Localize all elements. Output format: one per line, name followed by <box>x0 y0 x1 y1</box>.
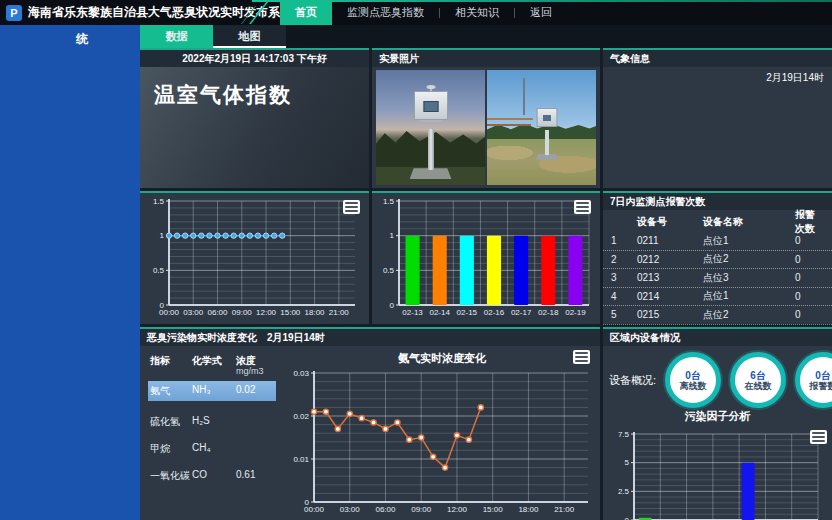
alarm-table-row: 10211点位10 <box>603 232 832 251</box>
svg-text:0.01: 0.01 <box>293 455 309 464</box>
nh3-chart-title: 氨气实时浓度变化 <box>286 351 598 366</box>
weather-title: 气象信息 <box>603 50 832 67</box>
weather-timestamp: 2月19日14时 <box>766 71 824 85</box>
svg-text:12:00: 12:00 <box>447 505 468 514</box>
chart-menu-icon[interactable] <box>810 430 827 444</box>
monitoring-station-field-photo <box>487 70 596 185</box>
svg-text:0.5: 0.5 <box>383 266 395 275</box>
svg-text:15:00: 15:00 <box>483 505 504 514</box>
svg-text:00:00: 00:00 <box>158 308 179 317</box>
alarm-table-row: 40214点位10 <box>603 288 832 307</box>
svg-text:02-18: 02-18 <box>538 308 559 317</box>
pollutant-table: 指标 化学式 浓度 mg/m3 氨气NH₃0.02硫化氢H₂S甲烷CH₄一氧化碳… <box>150 350 286 518</box>
pollutants-title: 恶臭污染物实时浓度变化 <box>147 329 257 346</box>
svg-text:02-14: 02-14 <box>429 308 450 317</box>
greenhouse-index-headline: 温室气体指数 <box>140 67 369 109</box>
pollutant-row-CO[interactable]: 一氧化碳CO0.61 <box>150 469 286 483</box>
svg-text:21:00: 21:00 <box>328 308 349 317</box>
pollutant-row-NH₃[interactable]: 氨气NH₃0.02 <box>148 381 276 401</box>
svg-text:18:00: 18:00 <box>518 505 539 514</box>
svg-text:02-13: 02-13 <box>402 308 423 317</box>
svg-text:03:00: 03:00 <box>183 308 204 317</box>
svg-text:0.03: 0.03 <box>293 369 309 378</box>
pollutant-row-CH₄[interactable]: 甲烷CH₄ <box>150 442 286 456</box>
device-overview-label: 设备概况: <box>609 373 665 388</box>
daily-index-svg: 00.511.502-1302-1402-1502-1602-1702-1802… <box>375 195 597 319</box>
tab-1[interactable]: 数据 <box>140 25 213 48</box>
chart-menu-icon[interactable] <box>343 200 360 214</box>
panel-daily-index: 00.511.502-1302-1402-1502-1602-1702-1802… <box>372 191 600 324</box>
chart-menu-icon[interactable] <box>573 350 590 364</box>
content-area: 2022年2月19日 14:17:03 下午好 温室气体指数 实景照片 气象信息 <box>140 48 832 520</box>
top-bar: P 海南省乐东黎族自治县大气恶臭状况实时发布系 首页监测点恶臭指数相关知识返回 <box>0 0 832 25</box>
pollutants-timestamp: 2月19日14时 <box>267 329 325 346</box>
svg-text:0: 0 <box>390 301 395 310</box>
nav-item-3[interactable]: 相关知识 <box>440 0 514 25</box>
panel-site-photos: 实景照片 <box>372 48 600 188</box>
svg-text:02-17: 02-17 <box>511 308 532 317</box>
panel-alarm-counts: 7日内监测点报警次数 设备号 设备名称 报警次数 10211点位1020212点… <box>603 191 832 324</box>
index-trend-chart[interactable]: 00.511.500:0003:0006:0009:0012:0015:0018… <box>140 193 369 324</box>
svg-text:0.5: 0.5 <box>152 266 164 275</box>
monitoring-station-dusk-photo <box>376 70 485 185</box>
dashboard-root: { "header": { "logo_glyph": "P", "title"… <box>0 0 832 520</box>
panel-region-devices: 区域内设备情况 设备概况: 0台离线数6台在线数0台报警数 污染因子分析 02.… <box>603 327 832 520</box>
svg-text:21:00: 21:00 <box>554 505 575 514</box>
svg-text:03:00: 03:00 <box>340 505 361 514</box>
pollutant-rows: 氨气NH₃0.02硫化氢H₂S甲烷CH₄一氧化碳CO0.61 <box>150 381 286 483</box>
nav-item-2[interactable]: 监测点恶臭指数 <box>332 0 439 25</box>
app-logo-icon: P <box>6 5 22 21</box>
svg-text:0: 0 <box>624 516 629 520</box>
svg-text:12:00: 12:00 <box>256 308 277 317</box>
svg-text:1.5: 1.5 <box>152 197 164 206</box>
svg-text:09:00: 09:00 <box>411 505 432 514</box>
alarm-table-header: 设备号 设备名称 报警次数 <box>603 212 832 232</box>
svg-text:1: 1 <box>390 231 395 240</box>
pollutant-row-H₂S[interactable]: 硫化氢H₂S <box>150 415 286 429</box>
app-title-wrap: 统 <box>0 25 140 48</box>
panel-index-trend: 00.511.500:0003:0006:0009:0012:0015:0018… <box>140 191 369 324</box>
svg-text:18:00: 18:00 <box>304 308 325 317</box>
tab-2[interactable]: 地图 <box>213 25 286 48</box>
device-stat-circle: 0台报警数 <box>795 352 832 408</box>
pollution-factor-chart[interactable]: 02.557.5氨气硫化氢甲烷一氧化碳 <box>603 428 832 520</box>
svg-text:06:00: 06:00 <box>375 505 396 514</box>
chart-menu-icon[interactable] <box>574 200 591 214</box>
svg-text:02-16: 02-16 <box>484 308 505 317</box>
svg-text:09:00: 09:00 <box>231 308 252 317</box>
device-stat-circle: 6台在线数 <box>730 352 786 408</box>
pollution-factor-title: 污染因子分析 <box>603 409 832 424</box>
device-overview-row: 设备概况: 0台离线数6台在线数0台报警数 <box>603 346 832 408</box>
device-stat-circle: 0台离线数 <box>665 352 721 408</box>
svg-text:7.5: 7.5 <box>617 430 629 439</box>
svg-text:1.5: 1.5 <box>383 197 395 206</box>
nav-item-4[interactable]: 返回 <box>515 0 567 25</box>
svg-text:2.5: 2.5 <box>617 487 629 496</box>
svg-text:06:00: 06:00 <box>207 308 228 317</box>
panel-greenhouse-index: 2022年2月19日 14:17:03 下午好 温室气体指数 <box>140 48 369 188</box>
datetime-text: 2022年2月19日 14:17:03 下午好 <box>140 50 369 67</box>
concentration-unit: mg/m3 <box>236 366 276 376</box>
tab-row: 数据地图 <box>140 25 832 48</box>
index-trend-svg: 00.511.500:0003:0006:0009:0012:0015:0018… <box>145 195 365 319</box>
svg-text:0.02: 0.02 <box>293 412 309 421</box>
daily-index-chart[interactable]: 00.511.502-1302-1402-1502-1602-1702-1802… <box>372 193 600 324</box>
nh3-trend-chart[interactable]: 氨气实时浓度变化 00.010.020.0300:0003:0006:0009:… <box>286 350 598 518</box>
svg-text:5: 5 <box>624 458 629 467</box>
nav-item-1[interactable]: 首页 <box>280 0 332 25</box>
svg-text:15:00: 15:00 <box>280 308 301 317</box>
alarm-table-row: 30213点位30 <box>603 269 832 288</box>
svg-text:02-15: 02-15 <box>457 308 478 317</box>
panel-weather: 气象信息 2月19日14时 <box>603 48 832 188</box>
alarm-table-row: 20212点位20 <box>603 251 832 270</box>
main-nav: 首页监测点恶臭指数相关知识返回 <box>280 0 567 25</box>
devices-title: 区域内设备情况 <box>603 329 832 346</box>
alarm-table-row: 50215点位20 <box>603 306 832 325</box>
sidebar: 统 <box>0 25 140 520</box>
svg-text:1: 1 <box>159 231 164 240</box>
svg-text:02-19: 02-19 <box>565 308 586 317</box>
nh3-trend-svg: 00.010.020.0300:0003:0006:0009:0012:0015… <box>286 368 598 516</box>
device-stat-circles: 0台离线数6台在线数0台报警数 <box>665 352 832 408</box>
pollution-factor-svg: 02.557.5氨气硫化氢甲烷一氧化碳 <box>612 430 824 520</box>
panel-pollutant-realtime: 恶臭污染物实时浓度变化 2月19日14时 指标 化学式 浓度 mg/m3 氨气N… <box>140 327 600 520</box>
